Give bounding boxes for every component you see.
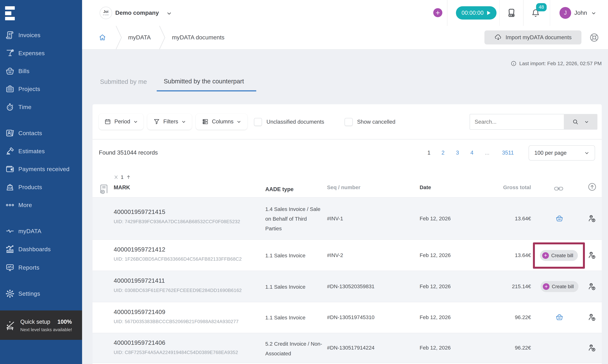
plus-icon: +: [436, 8, 440, 17]
table-row[interactable]: 400001959721415 UID: 7429FB39FC936AA7DC1…: [93, 197, 602, 239]
counterpart-cell: [586, 282, 598, 291]
create-bill-button[interactable]: + Create bill: [541, 281, 579, 292]
info-icon: [511, 61, 516, 66]
per-page-select[interactable]: 100 per page: [529, 145, 595, 160]
document-type-icon[interactable]: [99, 183, 109, 195]
sidebar-item-bills[interactable]: Bills: [0, 62, 82, 80]
quick-setup-banner[interactable]: Quick setup 100% Next level tasks availa…: [0, 311, 82, 340]
sidebar-item-invoices[interactable]: Invoices: [0, 26, 82, 44]
sidebar-item-mydata[interactable]: myDATA: [0, 222, 82, 240]
seq-number-cell: #INV-1: [327, 216, 417, 221]
sidebar-item-payments-received[interactable]: Payments received: [0, 160, 82, 178]
date-cell: Feb 12, 2026: [420, 284, 482, 289]
tab-submitted-by-counterpart[interactable]: Submitted by the counterpart: [164, 78, 244, 85]
home-icon[interactable]: [98, 34, 106, 41]
table-row[interactable]: 400001959721411 UID: 0308DC63F61EFE762EF…: [93, 271, 602, 302]
mydata-documents-page: Invoices Expenses Bills Projects Time Co…: [0, 0, 608, 364]
company-chevron-down-icon[interactable]: [166, 11, 172, 16]
user-chevron-down-icon[interactable]: [591, 11, 596, 16]
breadcrumb-mydata[interactable]: myDATA: [128, 34, 151, 41]
unclassified-documents-checkbox[interactable]: [254, 118, 262, 126]
more-icon: [5, 200, 15, 210]
sidebar-item-time[interactable]: Time: [0, 98, 82, 116]
counterpart-upload-icon[interactable]: [587, 282, 596, 291]
col-header-upload-icon[interactable]: [587, 182, 597, 192]
period-label: Period: [114, 118, 130, 125]
top-bar: Joi et scien Demo company + 00:00:00 48 …: [82, 0, 608, 26]
chevron-down-icon[interactable]: [584, 119, 589, 124]
bills-icon: [5, 66, 15, 76]
sort-asc-arrow-icon[interactable]: [126, 174, 131, 180]
clear-sort-icon[interactable]: [114, 175, 118, 180]
contacts-icon: [5, 128, 15, 138]
aade-type-cell: 1.4 Sales Invoice / Sale on Behalf of Th…: [265, 204, 325, 234]
user-avatar[interactable]: J: [559, 7, 571, 19]
sidebar-item-label: Invoices: [18, 32, 40, 39]
action-cell: + Create bill: [538, 281, 581, 292]
import-mydata-button[interactable]: Import myDATA documents: [484, 30, 581, 44]
search-button[interactable]: [564, 114, 597, 130]
sidebar-item-projects[interactable]: Projects: [0, 80, 82, 98]
sidebar-item-products[interactable]: Products: [0, 178, 82, 196]
sidebar-item-contacts[interactable]: Contacts: [0, 124, 82, 142]
filters-button[interactable]: Filters: [147, 114, 192, 130]
aade-type-cell: 1.1 Sales Invoice: [265, 251, 325, 260]
company-switcher[interactable]: Demo company: [115, 9, 159, 16]
sidebar-item-expenses[interactable]: Expenses: [0, 44, 82, 62]
quick-add-button[interactable]: +: [433, 8, 442, 17]
sidebar-item-reports[interactable]: Reports: [0, 259, 82, 276]
linked-bill-icon[interactable]: [555, 214, 564, 222]
columns-label: Columns: [212, 118, 234, 125]
linked-bill-icon[interactable]: [555, 313, 564, 321]
col-header-link-icon[interactable]: [554, 185, 563, 192]
col-header-seq-number[interactable]: Seq / number: [327, 184, 417, 190]
company-avatar[interactable]: Joi et scien: [100, 7, 112, 19]
table-row[interactable]: 400001959721412 UID: 1F26BC0BD5ACFB63366…: [93, 239, 602, 271]
page-1[interactable]: 1: [427, 150, 430, 156]
settings-icon: [5, 289, 15, 299]
date-cell: Feb 12, 2026: [420, 252, 482, 258]
sidebar-item-more[interactable]: More: [0, 196, 82, 214]
page-last[interactable]: 3511: [502, 150, 514, 156]
create-bill-button[interactable]: + Create bill: [540, 250, 578, 261]
pos-device-icon[interactable]: [506, 7, 517, 19]
counterpart-upload-icon[interactable]: [587, 214, 596, 223]
col-header-mark[interactable]: MARK: [114, 184, 130, 191]
last-import-status: Last import: Feb 12, 2026, 02:57 PM: [402, 61, 602, 66]
sort-indicator[interactable]: 1: [114, 174, 131, 180]
app-logo[interactable]: [5, 6, 16, 20]
page-2[interactable]: 2: [441, 150, 444, 156]
notifications-button[interactable]: 48: [530, 5, 548, 21]
counterpart-upload-icon[interactable]: [587, 313, 596, 322]
col-header-gross-total[interactable]: Gross total: [490, 184, 531, 190]
col-header-aade-type[interactable]: AADE type: [265, 184, 325, 194]
company-avatar-text: Joi: [100, 10, 112, 14]
sidebar-item-label: Dashboards: [18, 246, 51, 253]
counterpart-upload-icon[interactable]: [587, 251, 596, 260]
timer-button[interactable]: 00:00:00: [456, 6, 497, 20]
counterpart-cell: [586, 251, 598, 260]
show-cancelled-checkbox[interactable]: [344, 118, 353, 126]
counterpart-upload-icon[interactable]: [587, 343, 596, 352]
period-filter-button[interactable]: Period: [99, 114, 143, 130]
page-3[interactable]: 3: [456, 150, 459, 156]
tab-submitted-by-me[interactable]: Submitted by me: [100, 78, 147, 85]
sidebar-item-dashboards[interactable]: Dashboards: [0, 240, 82, 258]
sidebar-item-estimates[interactable]: Estimates: [0, 142, 82, 160]
sidebar-item-settings[interactable]: Settings: [0, 285, 82, 303]
help-lifebuoy-icon[interactable]: [589, 32, 600, 43]
plus-icon: +: [542, 252, 549, 259]
seq-number-cell: #INV-2: [327, 252, 417, 258]
table-row[interactable]: 400001959721409 UID: 567D035383BBCCCB520…: [93, 302, 602, 333]
user-menu[interactable]: John: [574, 9, 587, 16]
import-mydata-label: Import myDATA documents: [506, 34, 572, 40]
columns-button[interactable]: Columns: [196, 114, 247, 130]
breadcrumb-separator: [115, 26, 122, 49]
search-input[interactable]: [470, 114, 564, 130]
table-row[interactable]: 400001959721406 UID: C8F7253F4A5AA224919…: [93, 333, 602, 363]
page-4[interactable]: 4: [470, 150, 473, 156]
cloud-download-icon: [494, 34, 502, 41]
breadcrumb-bar: myDATA myDATA documents Import myDATA do…: [82, 26, 608, 50]
col-header-date[interactable]: Date: [420, 184, 482, 190]
per-page-value: 100 per page: [534, 150, 567, 156]
